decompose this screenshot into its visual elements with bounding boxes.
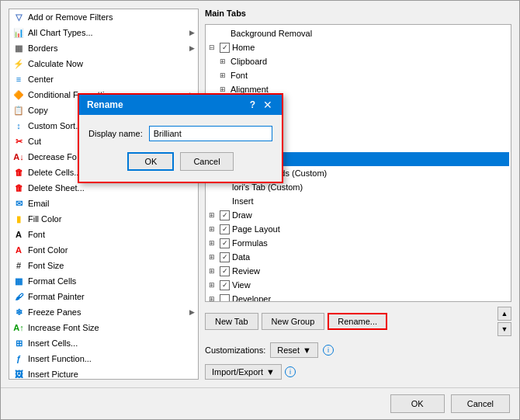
tree-item-label: Background Removal [231,29,312,38]
increase-icon: A↑ [12,321,25,334]
tree-item-label: Home [232,43,255,52]
tree-checkbox[interactable] [220,280,230,290]
rename-ok-button[interactable]: OK [127,152,174,171]
tree-expand-icon[interactable]: ⊞ [209,267,218,275]
list-item[interactable]: 📊All Chart Types...▶ [9,25,198,40]
list-item-label: Increase Font Size [28,323,195,332]
freeze-icon: ❄ [12,306,25,318]
tree-checkbox[interactable] [220,238,230,248]
tree-checkbox[interactable] [220,224,230,234]
tree-item-insert-tab[interactable]: Insert [207,194,509,208]
tree-item-font-grp[interactable]: ⊞Font [207,68,509,82]
rename-dialog-actions: OK Cancel [88,152,272,171]
import-export-info-icon[interactable]: i [285,366,296,377]
list-item[interactable]: ▦Format Cells [9,273,198,289]
list-item[interactable]: #Font Size [9,258,198,273]
tree-item-draw-tab[interactable]: ⊞Draw [207,208,509,222]
list-item[interactable]: ❄Freeze Panes▶ [9,304,198,320]
customizations-row: Customizations: Reset ▼ i [205,342,511,358]
list-item[interactable]: AFont [9,227,198,242]
list-item[interactable]: ⊞Insert Cells... [9,335,198,351]
reset-dropdown-arrow[interactable]: ▼ [303,345,311,355]
tree-item-label: Clipboard [231,57,267,66]
calc-icon: ⚡ [12,57,25,70]
tree-checkbox[interactable] [220,43,230,53]
list-item[interactable]: 🖼Insert Picture [9,366,198,379]
list-item-label: Font Color [28,245,195,255]
submenu-arrow-icon: ▶ [189,44,195,52]
list-item[interactable]: ▦Borders▶ [9,40,198,56]
right-panel-label: Main Tabs [205,9,511,18]
list-item[interactable]: AFont Color [9,242,198,258]
tree-item-label: Developer [232,294,271,302]
rename-dialog-title-buttons: ? ✕ [250,99,274,111]
rename-field-input[interactable] [149,126,272,141]
list-item[interactable]: A↑Increase Font Size [9,320,198,335]
tree-item-clipboard[interactable]: ⊞Clipboard [207,54,509,68]
new-tab-button[interactable]: New Tab [205,313,258,330]
tree-expand-icon[interactable]: ⊞ [209,211,218,219]
ok-button[interactable]: OK [390,394,445,413]
import-export-button[interactable]: Import/Export ▼ [205,364,282,380]
tree-expand-icon[interactable]: ⊞ [209,239,218,247]
tree-checkbox[interactable] [220,294,230,303]
tree-expand-icon[interactable]: ⊞ [209,281,218,289]
scroll-arrows: ▲ ▼ [497,307,511,336]
dialog-content: ▽Add or Remove Filters📊All Chart Types..… [1,1,519,387]
list-item[interactable]: ⚡Calculate Now [9,56,198,71]
rename-close-button[interactable]: ✕ [262,99,274,111]
insert-func-icon: ƒ [12,352,25,365]
tree-item-label: Draw [232,210,252,220]
list-item-label: Center [28,75,195,84]
font-icon: A [12,228,25,241]
left-panel-list[interactable]: ▽Add or Remove Filters📊All Chart Types..… [9,9,198,379]
list-item-label: Borders [28,43,189,53]
tree-expand-icon[interactable]: ⊞ [209,253,218,261]
tree-expand-icon[interactable]: ⊞ [220,85,229,93]
cancel-button[interactable]: Cancel [451,394,510,413]
list-item-label: Calculate Now [28,59,195,68]
rename-dialog: Rename ? ✕ Display name: OK Cancel [78,93,283,183]
import-export-arrow[interactable]: ▼ [266,367,275,377]
left-panel: ▽Add or Remove Filters📊All Chart Types..… [9,9,199,380]
list-item[interactable]: ƒInsert Function... [9,351,198,366]
insert-cells-icon: ⊞ [12,337,25,349]
tree-checkbox[interactable] [220,210,230,220]
rename-question-mark[interactable]: ? [250,99,255,110]
list-item[interactable]: ▽Add or Remove Filters [9,9,198,25]
tree-item-data-tab[interactable]: ⊞Data [207,250,509,264]
tree-expand-icon[interactable]: ⊞ [220,71,229,79]
rename-cancel-button[interactable]: Cancel [180,152,233,171]
tree-item-page-layout-tab[interactable]: ⊞Page Layout [207,222,509,236]
list-item[interactable]: 🖌Format Painter [9,289,198,304]
tree-item-background-removal[interactable]: Background Removal [207,26,509,40]
customizations-info-icon[interactable]: i [323,345,334,356]
tree-item-home[interactable]: ⊟Home [207,40,509,54]
reset-label: Reset [277,345,300,355]
rename-button[interactable]: Rename... [328,313,387,330]
email-icon: ✉ [12,197,25,210]
list-item[interactable]: ▮Fill Color [9,211,198,227]
rename-field-label: Display name: [88,129,143,138]
tree-expand-icon[interactable]: ⊞ [209,295,218,302]
tree-item-view-tab[interactable]: ⊞View [207,278,509,292]
decrease-icon: A↓ [12,151,25,163]
rename-dialog-title-text: Rename [87,99,123,110]
tree-item-review-tab[interactable]: ⊞Review [207,264,509,278]
delete-sheet-icon: 🗑 [12,182,25,194]
tree-checkbox[interactable] [220,266,230,276]
list-item[interactable]: ≡Center [9,71,198,87]
tree-item-developer-tab[interactable]: ⊞Developer [207,292,509,302]
tree-expand-icon[interactable]: ⊞ [209,225,218,233]
font-size-icon: # [12,259,25,272]
tree-checkbox[interactable] [220,252,230,262]
tree-expand-icon[interactable]: ⊞ [220,57,229,65]
list-item[interactable]: ✉Email [9,196,198,211]
scroll-up-button[interactable]: ▲ [497,307,511,321]
scroll-down-button[interactable]: ▼ [497,322,511,336]
new-group-button[interactable]: New Group [262,313,325,330]
reset-button[interactable]: Reset ▼ [270,342,318,358]
tree-item-formulas-tab[interactable]: ⊞Formulas [207,236,509,250]
format-cells-icon: ▦ [12,275,25,287]
tree-expand-icon[interactable]: ⊟ [209,43,218,51]
